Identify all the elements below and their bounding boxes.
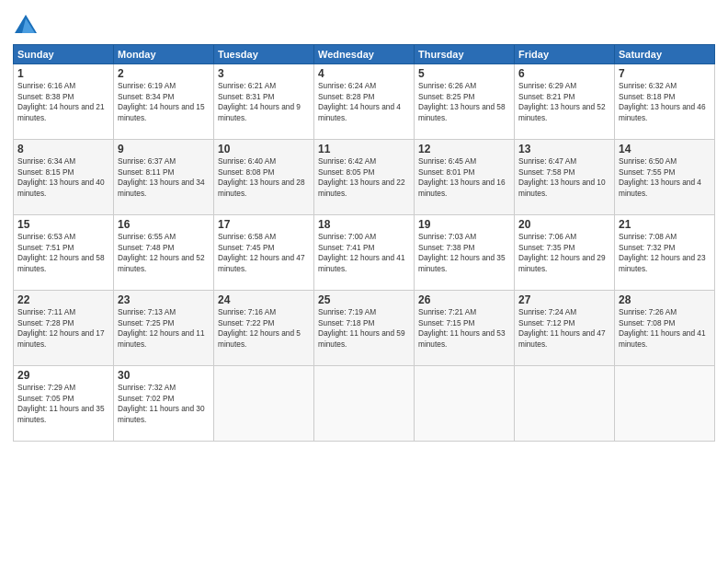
calendar-cell: 25Sunrise: 7:19 AMSunset: 7:18 PMDayligh… (314, 291, 415, 366)
day-info: Sunrise: 6:24 AMSunset: 8:28 PMDaylight:… (318, 81, 410, 123)
calendar-cell: 21Sunrise: 7:08 AMSunset: 7:32 PMDayligh… (615, 215, 715, 291)
day-number: 22 (17, 293, 109, 306)
day-number: 3 (218, 67, 310, 80)
day-info: Sunrise: 6:32 AMSunset: 8:18 PMDaylight:… (619, 81, 711, 123)
day-number: 30 (118, 369, 210, 382)
day-number: 9 (118, 143, 210, 155)
logo (13, 13, 42, 39)
day-number: 12 (418, 143, 510, 155)
page: SundayMondayTuesdayWednesdayThursdayFrid… (0, 0, 728, 563)
calendar-cell: 15Sunrise: 6:53 AMSunset: 7:51 PMDayligh… (14, 215, 114, 291)
day-number: 6 (518, 67, 610, 80)
calendar-body: 1Sunrise: 6:16 AMSunset: 8:38 PMDaylight… (14, 64, 715, 442)
calendar-cell: 16Sunrise: 6:55 AMSunset: 7:48 PMDayligh… (114, 215, 214, 291)
calendar-cell: 8Sunrise: 6:34 AMSunset: 8:15 PMDaylight… (14, 140, 114, 215)
day-number: 8 (17, 143, 109, 155)
calendar-cell: 7Sunrise: 6:32 AMSunset: 8:18 PMDaylight… (615, 64, 715, 140)
day-info: Sunrise: 6:40 AMSunset: 8:08 PMDaylight:… (218, 156, 310, 199)
calendar-cell: 14Sunrise: 6:50 AMSunset: 7:55 PMDayligh… (615, 140, 715, 215)
day-header-wednesday: Wednesday (314, 45, 415, 64)
calendar-cell: 18Sunrise: 7:00 AMSunset: 7:41 PMDayligh… (314, 215, 415, 291)
day-info: Sunrise: 6:47 AMSunset: 7:58 PMDaylight:… (518, 156, 610, 199)
day-number: 28 (619, 293, 711, 306)
calendar-cell: 12Sunrise: 6:45 AMSunset: 8:01 PMDayligh… (415, 140, 515, 215)
day-info: Sunrise: 6:58 AMSunset: 7:45 PMDaylight:… (218, 232, 310, 274)
day-info: Sunrise: 7:19 AMSunset: 7:18 PMDaylight:… (318, 307, 410, 350)
day-number: 23 (118, 293, 210, 306)
calendar-week-2: 8Sunrise: 6:34 AMSunset: 8:15 PMDaylight… (14, 140, 715, 215)
day-info: Sunrise: 6:42 AMSunset: 8:05 PMDaylight:… (318, 156, 410, 199)
day-header-thursday: Thursday (415, 45, 515, 64)
day-number: 11 (318, 143, 410, 155)
calendar-cell: 22Sunrise: 7:11 AMSunset: 7:28 PMDayligh… (14, 291, 114, 366)
calendar-header: SundayMondayTuesdayWednesdayThursdayFrid… (14, 45, 715, 64)
day-info: Sunrise: 6:26 AMSunset: 8:25 PMDaylight:… (418, 81, 510, 123)
calendar-cell: 29Sunrise: 7:29 AMSunset: 7:05 PMDayligh… (14, 366, 114, 442)
calendar-cell: 19Sunrise: 7:03 AMSunset: 7:38 PMDayligh… (415, 215, 515, 291)
calendar-cell: 3Sunrise: 6:21 AMSunset: 8:31 PMDaylight… (214, 64, 314, 140)
day-number: 7 (619, 67, 711, 80)
day-number: 10 (218, 143, 310, 155)
day-number: 5 (418, 67, 510, 80)
calendar-week-4: 22Sunrise: 7:11 AMSunset: 7:28 PMDayligh… (14, 291, 715, 366)
day-number: 15 (17, 218, 109, 231)
day-number: 18 (318, 218, 410, 231)
header-row: SundayMondayTuesdayWednesdayThursdayFrid… (14, 45, 715, 64)
calendar-cell: 30Sunrise: 7:32 AMSunset: 7:02 PMDayligh… (114, 366, 214, 442)
day-number: 17 (218, 218, 310, 231)
calendar-table: SundayMondayTuesdayWednesdayThursdayFrid… (13, 44, 715, 442)
day-info: Sunrise: 7:13 AMSunset: 7:25 PMDaylight:… (118, 307, 210, 350)
calendar-cell: 11Sunrise: 6:42 AMSunset: 8:05 PMDayligh… (314, 140, 415, 215)
day-header-monday: Monday (114, 45, 214, 64)
day-info: Sunrise: 7:00 AMSunset: 7:41 PMDaylight:… (318, 232, 410, 274)
day-number: 24 (218, 293, 310, 306)
day-info: Sunrise: 6:37 AMSunset: 8:11 PMDaylight:… (118, 156, 210, 199)
day-header-friday: Friday (515, 45, 615, 64)
calendar-cell: 26Sunrise: 7:21 AMSunset: 7:15 PMDayligh… (415, 291, 515, 366)
day-info: Sunrise: 6:29 AMSunset: 8:21 PMDaylight:… (518, 81, 610, 123)
day-number: 16 (118, 218, 210, 231)
day-number: 29 (17, 369, 109, 382)
calendar-cell (615, 366, 715, 442)
day-info: Sunrise: 7:03 AMSunset: 7:38 PMDaylight:… (418, 232, 510, 274)
calendar-week-3: 15Sunrise: 6:53 AMSunset: 7:51 PMDayligh… (14, 215, 715, 291)
day-info: Sunrise: 7:16 AMSunset: 7:22 PMDaylight:… (218, 307, 310, 350)
calendar-cell (415, 366, 515, 442)
day-number: 13 (518, 143, 610, 155)
day-info: Sunrise: 7:11 AMSunset: 7:28 PMDaylight:… (17, 307, 109, 350)
calendar-cell: 1Sunrise: 6:16 AMSunset: 8:38 PMDaylight… (14, 64, 114, 140)
logo-icon (13, 13, 39, 39)
day-number: 25 (318, 293, 410, 306)
header (13, 9, 715, 39)
day-number: 19 (418, 218, 510, 231)
calendar-cell: 6Sunrise: 6:29 AMSunset: 8:21 PMDaylight… (515, 64, 615, 140)
day-number: 4 (318, 67, 410, 80)
day-info: Sunrise: 6:45 AMSunset: 8:01 PMDaylight:… (418, 156, 510, 199)
day-header-sunday: Sunday (14, 45, 114, 64)
day-info: Sunrise: 6:19 AMSunset: 8:34 PMDaylight:… (118, 81, 210, 123)
calendar-cell: 13Sunrise: 6:47 AMSunset: 7:58 PMDayligh… (515, 140, 615, 215)
day-info: Sunrise: 7:26 AMSunset: 7:08 PMDaylight:… (619, 307, 711, 350)
calendar-week-5: 29Sunrise: 7:29 AMSunset: 7:05 PMDayligh… (14, 366, 715, 442)
calendar-cell: 4Sunrise: 6:24 AMSunset: 8:28 PMDaylight… (314, 64, 415, 140)
day-info: Sunrise: 6:21 AMSunset: 8:31 PMDaylight:… (218, 81, 310, 123)
day-number: 14 (619, 143, 711, 155)
day-info: Sunrise: 7:06 AMSunset: 7:35 PMDaylight:… (518, 232, 610, 274)
calendar-cell: 23Sunrise: 7:13 AMSunset: 7:25 PMDayligh… (114, 291, 214, 366)
calendar-week-1: 1Sunrise: 6:16 AMSunset: 8:38 PMDaylight… (14, 64, 715, 140)
calendar-cell (214, 366, 314, 442)
day-number: 20 (518, 218, 610, 231)
day-header-saturday: Saturday (615, 45, 715, 64)
day-number: 21 (619, 218, 711, 231)
day-info: Sunrise: 6:50 AMSunset: 7:55 PMDaylight:… (619, 156, 711, 199)
day-number: 2 (118, 67, 210, 80)
calendar-cell: 9Sunrise: 6:37 AMSunset: 8:11 PMDaylight… (114, 140, 214, 215)
calendar-cell: 20Sunrise: 7:06 AMSunset: 7:35 PMDayligh… (515, 215, 615, 291)
calendar-cell: 27Sunrise: 7:24 AMSunset: 7:12 PMDayligh… (515, 291, 615, 366)
calendar-cell: 24Sunrise: 7:16 AMSunset: 7:22 PMDayligh… (214, 291, 314, 366)
day-header-tuesday: Tuesday (214, 45, 314, 64)
day-info: Sunrise: 7:29 AMSunset: 7:05 PMDaylight:… (17, 383, 109, 425)
calendar-cell: 2Sunrise: 6:19 AMSunset: 8:34 PMDaylight… (114, 64, 214, 140)
calendar-cell: 17Sunrise: 6:58 AMSunset: 7:45 PMDayligh… (214, 215, 314, 291)
day-info: Sunrise: 7:08 AMSunset: 7:32 PMDaylight:… (619, 232, 711, 274)
